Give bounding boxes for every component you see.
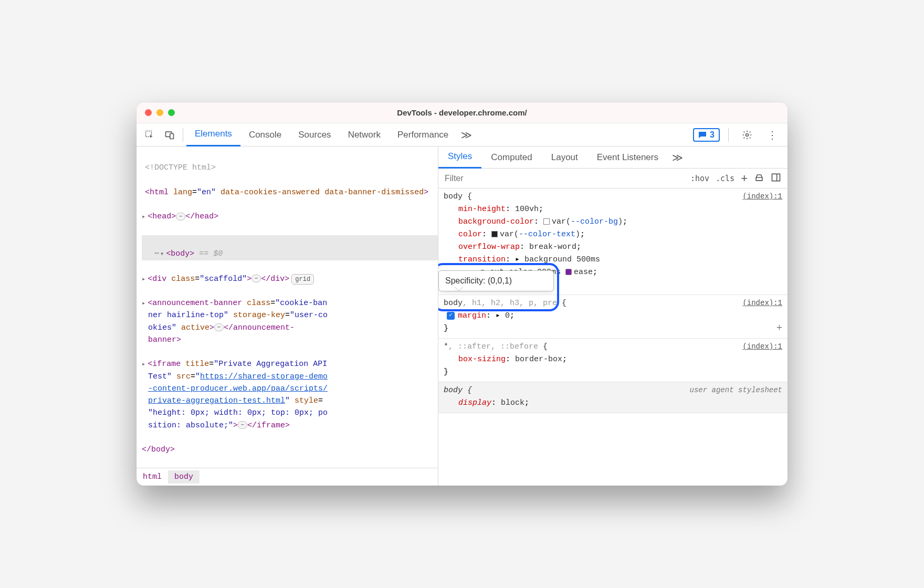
tab-console[interactable]: Console bbox=[240, 123, 290, 146]
ellipsis-icon[interactable]: ⋯ bbox=[176, 213, 185, 220]
tab-network[interactable]: Network bbox=[340, 123, 389, 146]
property-checkbox[interactable]: ✓ bbox=[447, 312, 455, 320]
style-rule[interactable]: (index):1 *, ::after, ::before { box-siz… bbox=[438, 339, 788, 382]
rule-source-link[interactable]: (index):1 bbox=[742, 297, 782, 309]
settings-icon[interactable] bbox=[738, 126, 756, 144]
new-style-rule-icon[interactable]: + bbox=[741, 172, 748, 185]
dom-div-scaffold[interactable]: <div class="scaffold">⋯</div>grid bbox=[142, 273, 438, 285]
ellipsis-icon[interactable]: ⋯ bbox=[251, 275, 261, 282]
style-rule-user-agent[interactable]: user agent stylesheet body { display: bl… bbox=[438, 382, 788, 413]
rule-source-ua: user agent stylesheet bbox=[690, 384, 782, 396]
color-swatch-icon[interactable] bbox=[491, 231, 498, 237]
ellipsis-icon[interactable]: ⋯ bbox=[238, 421, 247, 429]
dom-html-open[interactable]: <html lang="en" data-cookies-answered da… bbox=[142, 186, 438, 198]
issues-count: 3 bbox=[710, 130, 715, 140]
kebab-menu-icon[interactable]: ⋮ bbox=[763, 126, 781, 144]
tab-sources[interactable]: Sources bbox=[290, 123, 339, 146]
toggle-sidebar-icon[interactable] bbox=[771, 172, 781, 184]
tab-elements[interactable]: Elements bbox=[186, 123, 240, 146]
color-swatch-icon[interactable] bbox=[543, 218, 550, 225]
subtab-layout[interactable]: Layout bbox=[542, 146, 587, 169]
toolbar-separator bbox=[183, 128, 183, 142]
tabs-overflow-icon[interactable]: ≫ bbox=[457, 123, 476, 146]
dom-announcement-banner[interactable]: <announcement-banner class="cookie-banne… bbox=[142, 297, 438, 346]
subtab-computed[interactable]: Computed bbox=[481, 146, 541, 169]
subtabs-overflow-icon[interactable]: ≫ bbox=[668, 146, 687, 169]
devtools-window: DevTools - developer.chrome.com/ Element… bbox=[136, 102, 788, 486]
dom-body-selected[interactable]: ⋯<body> == $0 bbox=[142, 235, 438, 261]
device-toolbar-icon[interactable] bbox=[161, 126, 178, 144]
cls-toggle[interactable]: .cls bbox=[716, 174, 734, 183]
subtab-event-listeners[interactable]: Event Listeners bbox=[587, 146, 668, 169]
dom-body-close[interactable]: </body> bbox=[142, 444, 438, 456]
svg-rect-2 bbox=[170, 133, 174, 139]
add-property-icon[interactable]: + bbox=[776, 319, 782, 336]
titlebar: DevTools - developer.chrome.com/ bbox=[136, 102, 788, 123]
toolbar-separator bbox=[728, 128, 729, 142]
rule-source-link[interactable]: (index):1 bbox=[742, 191, 782, 202]
styles-rules: Specificity: (0,0,1) (index):1 body { mi… bbox=[438, 188, 788, 486]
breadcrumb-html[interactable]: html bbox=[136, 470, 168, 484]
easing-swatch-icon[interactable] bbox=[565, 269, 572, 275]
rule-selector: body bbox=[444, 386, 463, 395]
tab-performance[interactable]: Performance bbox=[389, 123, 457, 146]
main-toolbar: Elements Console Sources Network Perform… bbox=[136, 123, 788, 146]
content-area: <!DOCTYPE html> <html lang="en" data-coo… bbox=[136, 146, 788, 486]
dom-iframe[interactable]: <iframe title="Private Aggregation APITe… bbox=[142, 358, 438, 432]
styles-filter-row: :hov .cls + bbox=[438, 169, 788, 188]
paint-flashing-icon[interactable] bbox=[754, 172, 764, 184]
ellipsis-icon[interactable]: ⋯ bbox=[214, 323, 224, 331]
hov-toggle[interactable]: :hov bbox=[690, 174, 709, 183]
rule-selector[interactable]: body bbox=[444, 192, 463, 201]
svg-point-3 bbox=[746, 133, 749, 136]
issues-badge[interactable]: 3 bbox=[693, 128, 720, 142]
breadcrumb-body[interactable]: body bbox=[168, 470, 200, 484]
svg-rect-4 bbox=[772, 174, 780, 181]
chat-icon bbox=[698, 131, 707, 139]
subtab-styles[interactable]: Styles bbox=[438, 146, 481, 169]
rule-selector[interactable]: * bbox=[444, 342, 448, 351]
styles-subtabs: Styles Computed Layout Event Listeners ≫ bbox=[438, 146, 788, 169]
styles-filter-input[interactable] bbox=[438, 174, 684, 183]
styles-panel: Styles Computed Layout Event Listeners ≫… bbox=[438, 146, 788, 486]
dom-doctype: <!DOCTYPE html> bbox=[142, 162, 438, 174]
specificity-highlight: Specificity: (0,0,1) bbox=[438, 263, 559, 311]
rule-source-link[interactable]: (index):1 bbox=[742, 341, 782, 352]
breadcrumb: html body bbox=[136, 468, 438, 486]
elements-panel: <!DOCTYPE html> <html lang="en" data-coo… bbox=[136, 146, 438, 486]
inspect-element-icon[interactable] bbox=[141, 126, 159, 144]
specificity-tooltip: Specificity: (0,0,1) bbox=[438, 270, 554, 291]
dom-tree[interactable]: <!DOCTYPE html> <html lang="en" data-coo… bbox=[136, 146, 438, 468]
window-title: DevTools - developer.chrome.com/ bbox=[136, 108, 788, 117]
dom-head[interactable]: <head>⋯</head> bbox=[142, 211, 438, 223]
grid-chip[interactable]: grid bbox=[291, 274, 314, 285]
